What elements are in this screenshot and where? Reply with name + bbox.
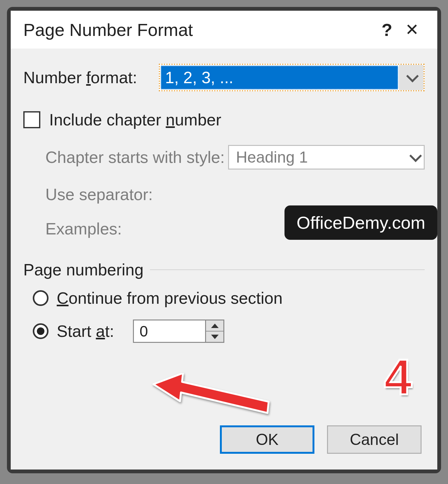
examples-label: Examples: <box>45 219 228 238</box>
spinner-down-button[interactable] <box>206 331 223 342</box>
include-chapter-label: Include chapter number <box>49 110 221 129</box>
number-format-label: Number format: <box>23 68 159 87</box>
start-at-label: Start at: <box>57 322 120 341</box>
radio-dot-icon <box>37 327 44 335</box>
section-divider <box>150 269 425 270</box>
separator-row: Use separator: <box>45 182 425 207</box>
svg-marker-0 <box>152 373 271 413</box>
annotation-step-number: 4 <box>384 348 412 406</box>
chevron-down-icon <box>406 70 419 83</box>
watermark-overlay: OfficeDemy.com <box>284 205 437 240</box>
include-chapter-row: Include chapter number <box>23 110 425 129</box>
chapter-style-dropdown[interactable]: Heading 1 <box>228 145 425 170</box>
triangle-up-icon <box>211 324 219 328</box>
start-at-radio[interactable] <box>33 323 49 339</box>
cancel-button[interactable]: Cancel <box>327 425 422 454</box>
chapter-style-arrow[interactable] <box>405 153 424 162</box>
start-at-value[interactable]: 0 <box>134 320 205 342</box>
page-numbering-header: Page numbering <box>23 260 425 279</box>
close-button[interactable]: ✕ <box>399 20 425 39</box>
titlebar: Page Number Format ? ✕ <box>11 11 437 49</box>
chevron-down-icon <box>409 150 422 162</box>
dialog-buttons: OK Cancel <box>11 413 437 470</box>
page-number-format-dialog: Page Number Format ? ✕ Number format: 1,… <box>11 11 437 470</box>
start-at-radio-row: Start at: 0 <box>33 320 425 343</box>
continue-radio[interactable] <box>33 290 49 306</box>
separator-label: Use separator: <box>45 185 228 204</box>
number-format-selected: 1, 2, 3, ... <box>161 66 398 89</box>
start-at-spinner[interactable]: 0 <box>133 320 224 343</box>
continue-label: Continue from previous section <box>57 289 283 308</box>
help-button[interactable]: ? <box>374 20 399 40</box>
continue-radio-row: Continue from previous section <box>33 289 425 308</box>
spinner-up-button[interactable] <box>206 320 223 331</box>
dialog-content: Number format: 1, 2, 3, ... Include chap… <box>11 49 437 413</box>
chapter-style-row: Chapter starts with style: Heading 1 <box>45 145 425 170</box>
number-format-row: Number format: 1, 2, 3, ... <box>23 64 425 91</box>
ok-button[interactable]: OK <box>220 425 314 454</box>
number-format-dropdown[interactable]: 1, 2, 3, ... <box>159 64 425 91</box>
page-numbering-title: Page numbering <box>23 260 144 279</box>
spinner-buttons <box>205 320 223 342</box>
include-chapter-checkbox[interactable] <box>23 111 40 128</box>
chapter-style-value: Heading 1 <box>229 148 405 166</box>
number-format-dropdown-arrow[interactable] <box>399 65 423 90</box>
annotation-arrow <box>152 373 272 418</box>
dialog-title: Page Number Format <box>23 20 374 40</box>
triangle-down-icon <box>211 335 219 339</box>
chapter-style-label: Chapter starts with style: <box>45 148 228 167</box>
